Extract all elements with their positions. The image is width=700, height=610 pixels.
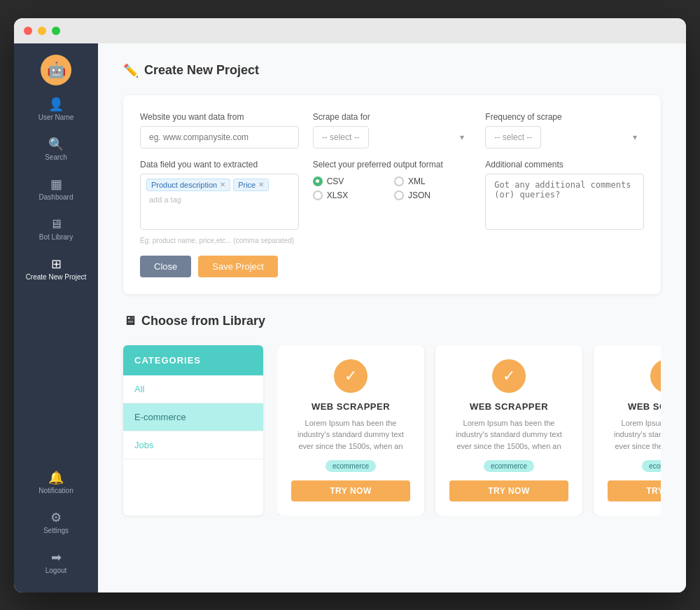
user-icon: 👤 xyxy=(48,98,64,111)
category-all[interactable]: All xyxy=(123,375,263,403)
radio-xml[interactable]: XML xyxy=(394,176,471,186)
sidebar-item-notification[interactable]: 🔔 Notification xyxy=(14,464,98,501)
radio-xml-circle xyxy=(394,176,404,186)
sidebar-item-settings[interactable]: ⚙ Settings xyxy=(14,504,98,541)
category-jobs[interactable]: Jobs xyxy=(123,431,263,459)
avatar-icon: 🤖 xyxy=(47,61,66,79)
categories-header: CATEGORIES xyxy=(123,345,263,375)
sidebar-item-logout[interactable]: ➡ Logout xyxy=(14,544,98,581)
sidebar-item-create-new-project[interactable]: ⊞ Create New Project xyxy=(14,251,98,288)
library-title: 🖥 Choose from Library xyxy=(123,314,661,328)
sidebar-label-notification: Notification xyxy=(38,487,73,494)
gear-icon: ⚙ xyxy=(50,511,62,524)
sidebar-label-logout: Logout xyxy=(46,567,67,574)
notification-icon: 🔔 xyxy=(48,471,64,484)
radio-csv[interactable]: CSV xyxy=(313,176,390,186)
data-field-group: Data field you want to extracted Product… xyxy=(140,160,299,244)
bot-tag-1: ecommerce xyxy=(484,460,534,472)
check-icon-2: ✓ xyxy=(650,359,661,393)
website-input[interactable] xyxy=(140,126,299,148)
bot-title-1: WEB SCRAPPER xyxy=(470,401,548,412)
radio-xlsx-circle xyxy=(313,190,323,200)
add-icon: ⊞ xyxy=(51,258,62,270)
monitor-icon: 🖥 xyxy=(50,218,62,230)
tag-price-text: Price xyxy=(238,181,255,189)
website-group: Website you want data from xyxy=(140,112,299,148)
bot-tag-0: ecommerce xyxy=(326,460,376,472)
radio-xml-label: XML xyxy=(408,176,426,186)
bot-card-0: ✓ WEB SCRAPPER Lorem Ipsum has been the … xyxy=(277,345,424,516)
tags-input[interactable]: Product description ✕ Price ✕ add a tag xyxy=(140,174,299,230)
form-grid-top: Website you want data from Scrape data f… xyxy=(140,112,644,148)
create-project-title: ✏️ Create New Project xyxy=(123,63,661,78)
bot-title-2: WEB SCRAPPER xyxy=(628,401,661,412)
try-now-button-0[interactable]: TRY NOW xyxy=(291,480,410,501)
form-grid-bottom: Data field you want to extracted Product… xyxy=(140,160,644,244)
data-field-label: Data field you want to extracted xyxy=(140,160,299,169)
output-format-label: Select your preferred output format xyxy=(313,160,472,169)
radio-json-circle xyxy=(394,190,404,200)
create-project-form: Website you want data from Scrape data f… xyxy=(123,95,661,294)
bot-desc-2: Lorem Ipsum has been the industry's stan… xyxy=(608,417,661,452)
try-now-button-2[interactable]: TRY NOW xyxy=(608,480,661,501)
comments-textarea[interactable] xyxy=(485,174,644,230)
output-format-group: Select your preferred output format CSV … xyxy=(313,160,472,244)
app-window: 🤖 👤 User Name 🔍 Search ▦ Dashboard 🖥 Bot… xyxy=(14,18,686,592)
bot-desc-0: Lorem Ipsum has been the industry's stan… xyxy=(291,417,410,452)
monitor-icon: 🖥 xyxy=(123,314,136,328)
tag-add-button[interactable]: add a tag xyxy=(146,194,184,205)
website-label: Website you want data from xyxy=(140,112,299,122)
logout-icon: ➡ xyxy=(51,551,62,564)
sidebar-item-bot-library[interactable]: 🖥 Bot Library xyxy=(14,211,98,248)
tag-product-desc: Product description ✕ xyxy=(146,179,230,191)
bot-tag-2: ecommerce xyxy=(642,460,661,472)
form-actions: Close Save Project xyxy=(140,256,644,277)
radio-xlsx-label: XLSX xyxy=(327,190,349,200)
bot-card-2: ✓ WEB SCRAPPER Lorem Ipsum has been the … xyxy=(594,345,661,516)
library-section: 🖥 Choose from Library CATEGORIES All E-c… xyxy=(123,314,661,516)
sidebar: 🤖 👤 User Name 🔍 Search ▦ Dashboard 🖥 Bot… xyxy=(14,43,98,592)
frequency-label: Frequency of scrape xyxy=(485,112,644,122)
sidebar-item-search[interactable]: 🔍 Search xyxy=(14,131,98,168)
sidebar-label-bot-library: Bot Library xyxy=(39,233,73,241)
avatar: 🤖 xyxy=(41,55,71,85)
comments-group: Additional comments xyxy=(485,160,644,244)
tag-price: Price ✕ xyxy=(233,179,269,191)
check-icon-1: ✓ xyxy=(492,359,526,393)
close-dot[interactable] xyxy=(24,27,32,35)
scrape-data-group: Scrape data for -- select -- xyxy=(313,112,472,148)
sidebar-label-create: Create New Project xyxy=(26,273,87,281)
radio-json[interactable]: JSON xyxy=(394,190,471,200)
bot-title-0: WEB SCRAPPER xyxy=(312,401,390,412)
minimize-dot[interactable] xyxy=(38,27,46,35)
radio-xlsx[interactable]: XLSX xyxy=(313,190,390,200)
dashboard-icon: ▦ xyxy=(50,178,62,190)
sidebar-label-dashboard: Dashboard xyxy=(39,193,74,201)
tags-hint: Eg: product name, price,etc... (comma se… xyxy=(140,237,299,244)
cards-area: ✓ WEB SCRAPPER Lorem Ipsum has been the … xyxy=(277,345,661,516)
radio-csv-circle xyxy=(313,176,323,186)
sidebar-label-user: User Name xyxy=(38,113,74,121)
tag-product-desc-text: Product description xyxy=(151,181,217,189)
maximize-dot[interactable] xyxy=(52,27,60,35)
category-ecommerce[interactable]: E-commerce xyxy=(123,403,263,431)
bot-desc-1: Lorem Ipsum has been the industry's stan… xyxy=(449,417,568,452)
frequency-group: Frequency of scrape -- select -- xyxy=(485,112,644,148)
scrape-data-select[interactable]: -- select -- xyxy=(313,126,369,148)
comments-label: Additional comments xyxy=(485,160,644,169)
bot-card-1: ✓ WEB SCRAPPER Lorem Ipsum has been the … xyxy=(435,345,582,516)
frequency-select-wrapper: -- select -- xyxy=(485,126,644,148)
tag-price-remove[interactable]: ✕ xyxy=(258,181,264,188)
radio-json-label: JSON xyxy=(408,190,430,200)
save-project-button[interactable]: Save Project xyxy=(198,256,278,277)
tag-product-desc-remove[interactable]: ✕ xyxy=(220,181,225,188)
scrape-data-select-wrapper: -- select -- xyxy=(313,126,472,148)
titlebar xyxy=(14,18,686,43)
library-content: CATEGORIES All E-commerce Jobs ✓ WEB SCR… xyxy=(123,345,661,516)
close-button[interactable]: Close xyxy=(140,256,191,277)
frequency-select[interactable]: -- select -- xyxy=(485,126,541,148)
search-icon: 🔍 xyxy=(48,138,64,151)
sidebar-item-user[interactable]: 👤 User Name xyxy=(14,91,98,128)
try-now-button-1[interactable]: TRY NOW xyxy=(449,480,568,501)
sidebar-item-dashboard[interactable]: ▦ Dashboard xyxy=(14,171,98,208)
